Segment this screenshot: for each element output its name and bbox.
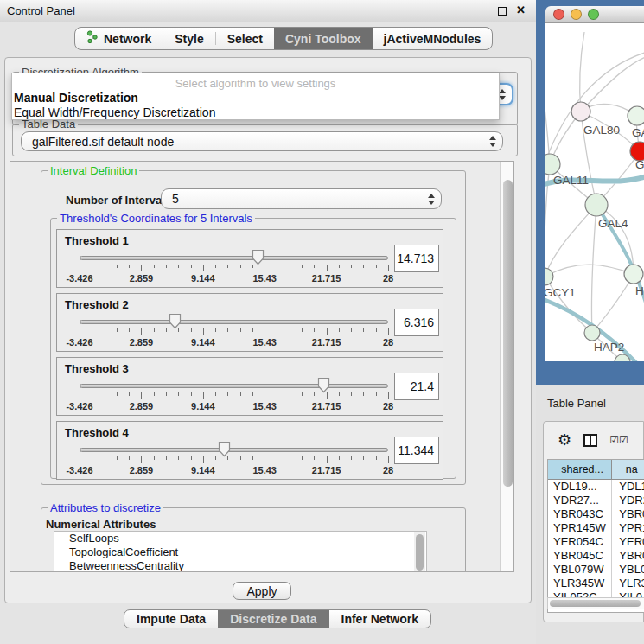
slider-track[interactable] (80, 384, 388, 388)
threshold-value-field[interactable]: 11.344 (394, 437, 439, 464)
attribute-list-item[interactable]: TopologicalCoefficient (54, 545, 426, 559)
apply-button[interactable]: Apply (233, 582, 291, 600)
tab-cyni-toolbox[interactable]: Cyni Toolbox (274, 28, 373, 49)
network-edge[interactable] (545, 91, 550, 164)
attribute-list-item[interactable]: SelfLoops (54, 532, 426, 545)
network-edge[interactable] (592, 274, 634, 333)
tab-jactivemnodules[interactable]: jActiveMNodules (373, 28, 493, 49)
column-header[interactable]: na (612, 460, 644, 479)
slider-tick-label: -3.426 (60, 273, 99, 284)
GAL80-node[interactable] (571, 102, 590, 121)
slider-tick-label: 2.859 (121, 401, 161, 411)
table-row[interactable]: YDL19...YDL1 (548, 480, 644, 494)
network-edge[interactable] (545, 205, 596, 277)
slider-tick (277, 265, 277, 268)
table-row[interactable]: YBR045CYBR0 (548, 549, 644, 563)
attribute-list-item[interactable]: BetweennessCentrality (54, 559, 426, 572)
slider-tick (376, 392, 377, 396)
slider-handle[interactable] (218, 441, 231, 457)
combobox-arrows-icon (422, 194, 441, 205)
bottom-tab-infer-network[interactable]: Infer Network (329, 610, 430, 628)
network-edge[interactable] (580, 32, 584, 112)
float-window-icon[interactable] (498, 7, 507, 16)
node-attribute-table[interactable]: shared...naYDL19...YDL1YDR27...YDR2YBR04… (547, 459, 644, 613)
table-row[interactable]: YBR043CYBR0 (548, 507, 644, 521)
mac-close-icon[interactable] (553, 9, 564, 20)
table-row[interactable]: YBL079WYBL0 (548, 563, 644, 577)
slider-tick (215, 265, 216, 268)
threshold-panel-3: Threshold 3-3.4262.8599.14415.4321.71528… (56, 357, 443, 416)
dropdown-option-manual-discretization[interactable]: Manual Discretization (14, 91, 138, 105)
table-horizontal-scrollbar[interactable] (547, 597, 644, 609)
gear-icon[interactable]: ⚙ (558, 432, 571, 448)
slider-tick (92, 328, 92, 332)
close-icon[interactable]: ✕ (516, 3, 526, 16)
network-edge[interactable] (591, 205, 596, 333)
bottom-tab-impute-data[interactable]: Impute Data (124, 610, 218, 628)
slider-handle[interactable] (252, 249, 265, 265)
slider-tick (314, 265, 315, 268)
checkbox-icons[interactable]: ☑☑ (609, 434, 628, 446)
slider-tick-label: -3.426 (60, 401, 99, 411)
table-row[interactable]: YDR27...YDR2 (548, 494, 644, 507)
table-row[interactable]: YPR145WYPR1 (548, 521, 644, 535)
slider-track[interactable] (80, 256, 388, 260)
tab-label: Network (104, 32, 151, 46)
threshold-panel-1: Threshold 1-3.4262.8599.14415.4321.71528… (56, 229, 443, 288)
column-header[interactable]: shared... (548, 460, 612, 479)
slider-tick (290, 456, 290, 460)
settings-panel-scrollbar[interactable] (500, 162, 514, 572)
network-edge[interactable] (545, 265, 634, 277)
slider-tick (265, 456, 265, 463)
GAL4-node[interactable] (585, 194, 608, 216)
clipped-node-top-right[interactable] (628, 106, 644, 125)
slider-tick (129, 265, 130, 268)
attributes-list-scrollbar[interactable] (414, 532, 425, 572)
network-edge[interactable] (581, 56, 644, 112)
table-cell: YBR045C (548, 549, 612, 563)
threshold-value-field[interactable]: 6.316 (394, 309, 439, 336)
dropdown-option-equal-width-frequency[interactable]: Equal Width/Frequency Discretization (14, 105, 215, 119)
slider-tick (191, 265, 192, 268)
slider-tick (203, 328, 204, 335)
slider-handle[interactable] (317, 377, 330, 393)
bottom-tab-discretize-data[interactable]: Discretize Data (218, 610, 328, 628)
slider-track[interactable] (80, 448, 388, 452)
interval-definition-group: Interval Definition Number of Intervals … (41, 170, 466, 485)
tab-network[interactable]: Network (75, 28, 163, 49)
threshold-label: Threshold 1 (65, 234, 129, 247)
slider-tick (252, 328, 253, 332)
slider-tick (92, 265, 92, 268)
slider-tick (302, 265, 303, 268)
numerical-attributes-list[interactable]: SelfLoopsTopologicalCoefficientBetweenne… (54, 531, 427, 572)
slider-tick (80, 456, 80, 463)
node-label: GAL11 (553, 174, 589, 187)
tab-style[interactable]: Style (163, 28, 214, 49)
slider-tick-label: 2.859 (121, 273, 161, 284)
slider-tick (105, 265, 105, 268)
table-data-combobox[interactable]: galFiltered.sif default node (21, 131, 503, 151)
columns-icon[interactable] (583, 434, 597, 447)
threshold-value-field[interactable]: 21.4 (394, 373, 439, 400)
threshold-value-field[interactable]: 14.713 (394, 245, 439, 272)
number-of-intervals-combobox[interactable]: 5 (161, 188, 442, 209)
slider-track[interactable] (80, 320, 388, 324)
slider-handle[interactable] (169, 313, 182, 329)
slider-tick (388, 456, 389, 463)
table-cell: YPR145W (548, 521, 612, 535)
table-row[interactable]: YLR345WYLR3 (548, 577, 644, 590)
tab-select[interactable]: Select (216, 28, 274, 49)
slider-tick-label: 21.715 (307, 273, 347, 284)
clipped-node-right[interactable] (624, 265, 643, 284)
network-icon (86, 30, 104, 47)
mac-zoom-icon[interactable] (588, 9, 599, 20)
slider-tick (376, 265, 377, 268)
control-panel-titlebar: Control Panel ✕ (0, 0, 536, 22)
slider-tick (302, 392, 303, 396)
GCY1-node[interactable] (545, 268, 553, 285)
HAP2-node[interactable] (584, 325, 600, 341)
table-row[interactable]: YER054CYER0 (548, 535, 644, 549)
slider-tick-label: 9.144 (183, 273, 223, 284)
mac-minimize-icon[interactable] (571, 9, 582, 20)
network-canvas[interactable]: GAL80GAGGAL11GAL4GCY1HHAP2 (545, 23, 644, 361)
